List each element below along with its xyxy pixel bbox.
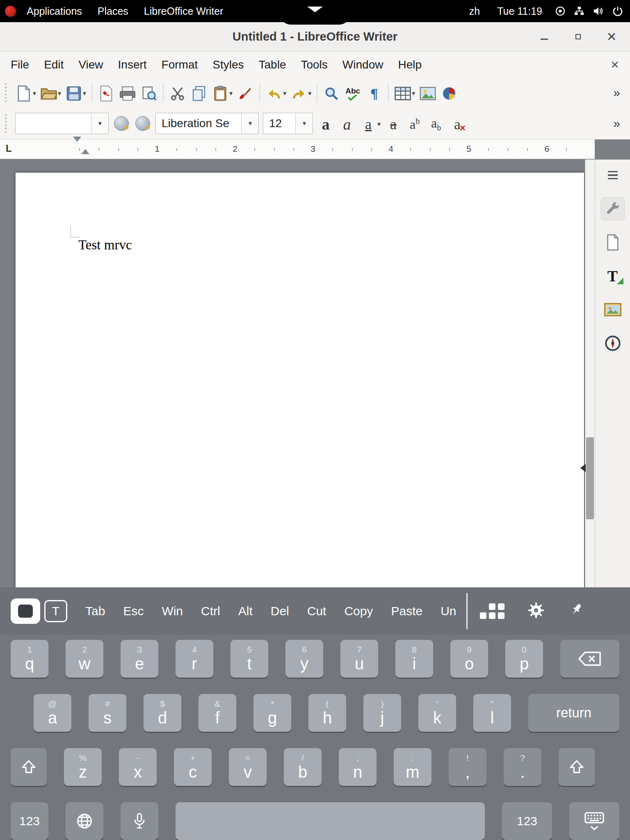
key-i[interactable]: 8i	[395, 640, 433, 678]
sidebar-menu-button[interactable]	[601, 164, 625, 187]
key-o[interactable]: 9o	[450, 640, 488, 678]
print-preview-button[interactable]	[138, 81, 160, 104]
dropdown-arrow-icon[interactable]: ▾	[283, 84, 286, 103]
key-v[interactable]: =v	[229, 748, 267, 786]
key-a[interactable]: @a	[34, 694, 71, 732]
undo-button[interactable]: ▾	[263, 81, 288, 104]
find-replace-button[interactable]	[321, 81, 342, 104]
numbers-key-right[interactable]: 123	[502, 802, 552, 840]
screen-record-icon[interactable]	[555, 5, 566, 17]
menu-help[interactable]: Help	[390, 58, 429, 71]
key-q[interactable]: 1q	[11, 640, 48, 678]
volume-icon[interactable]	[592, 5, 605, 17]
menu-tools[interactable]: Tools	[293, 58, 335, 71]
return-key[interactable]: return	[528, 694, 619, 732]
utility-key-cut[interactable]: Cut	[307, 604, 326, 618]
applications-menu[interactable]: Applications	[22, 5, 87, 17]
shift-right-key[interactable]	[559, 748, 595, 786]
dropdown-arrow-icon[interactable]: ▾	[229, 84, 233, 103]
underline-button[interactable]: a▾	[358, 112, 383, 135]
paste-button[interactable]: ▾	[210, 81, 235, 104]
menu-styles[interactable]: Styles	[205, 58, 251, 71]
key-n[interactable]: ;n	[339, 748, 377, 786]
horizontal-ruler[interactable]: L 123456	[0, 139, 595, 159]
font-size-dropdown[interactable]: ▾	[295, 113, 313, 134]
utility-key-paste[interactable]: Paste	[391, 604, 422, 618]
sidebar-navigator-button[interactable]	[601, 332, 625, 355]
clock[interactable]: Tue 11:19	[492, 5, 547, 17]
active-app-menu[interactable]: LibreOffice Writer	[139, 5, 228, 17]
font-size-combobox[interactable]: 12 ▾	[263, 113, 313, 134]
tab-stop-selector[interactable]: L	[6, 143, 12, 154]
close-document-icon[interactable]: ✕	[610, 59, 619, 71]
layout-grid-icon[interactable]	[480, 603, 504, 619]
strikethrough-button[interactable]: a	[383, 112, 404, 135]
notch-chevron-toggle[interactable]	[280, 0, 350, 25]
numbers-key-left[interactable]: 123	[11, 802, 48, 840]
paragraph-style-combobox[interactable]: ▾	[15, 113, 109, 134]
close-button[interactable]: ✕	[605, 30, 619, 44]
key-h[interactable]: (h	[308, 694, 346, 732]
settings-gear-icon[interactable]	[527, 601, 546, 621]
key-e[interactable]: 3e	[121, 640, 158, 678]
document-page[interactable]: Test mrvc	[16, 173, 584, 587]
places-menu[interactable]: Places	[93, 5, 133, 17]
key-b[interactable]: /b	[284, 748, 322, 786]
dropdown-arrow-icon[interactable]: ▾	[412, 84, 415, 103]
key-y[interactable]: 6y	[285, 640, 323, 678]
utility-key-alt[interactable]: Alt	[238, 604, 253, 618]
save-button[interactable]: ▾	[63, 81, 88, 104]
key-j[interactable]: )j	[363, 694, 401, 732]
menu-edit[interactable]: Edit	[37, 58, 71, 71]
key-z[interactable]: %z	[64, 748, 102, 786]
export-pdf-button[interactable]	[96, 81, 117, 104]
insert-table-button[interactable]: ▾	[392, 81, 417, 104]
key-u[interactable]: 7u	[340, 640, 378, 678]
subscript-button[interactable]: ab	[425, 112, 447, 135]
update-style-button[interactable]: ★	[112, 114, 131, 133]
key-l[interactable]: "l	[473, 694, 511, 732]
input-language-indicator[interactable]: zh	[464, 5, 485, 17]
dropdown-arrow-icon[interactable]: ▾	[308, 84, 311, 103]
sidebar-page-button[interactable]	[601, 231, 625, 254]
key-m[interactable]: :m	[394, 748, 431, 786]
clear-formatting-button[interactable]: a×	[447, 112, 468, 135]
backspace-key[interactable]	[560, 640, 619, 678]
key-period[interactable]: ?.	[504, 748, 541, 786]
copy-button[interactable]	[188, 81, 210, 104]
left-indent-icon[interactable]	[81, 142, 89, 154]
open-button[interactable]: ▾	[38, 81, 63, 104]
key-p[interactable]: 0p	[505, 640, 543, 678]
superscript-button[interactable]: ab	[404, 112, 425, 135]
key-t[interactable]: 5t	[231, 640, 268, 678]
italic-button[interactable]: a	[336, 112, 358, 135]
utility-key-ctrl[interactable]: Ctrl	[201, 604, 220, 618]
keyboard-float-toggle[interactable]: T	[11, 598, 67, 624]
menu-format[interactable]: Format	[154, 58, 205, 71]
print-button[interactable]	[117, 81, 138, 104]
clone-formatting-button[interactable]	[235, 81, 256, 104]
spelling-button[interactable]: Abc	[342, 81, 363, 104]
utility-key-del[interactable]: Del	[271, 604, 289, 618]
utility-key-un[interactable]: Un	[441, 604, 456, 618]
text-key[interactable]: T	[44, 600, 67, 622]
menu-table[interactable]: Table	[251, 58, 294, 71]
indent-marker[interactable]	[73, 142, 81, 157]
font-name-combobox[interactable]: Liberation Se ▾	[155, 113, 259, 134]
vertical-scrollbar[interactable]	[585, 160, 595, 587]
first-line-indent-icon[interactable]	[73, 137, 81, 149]
sidebar-properties-button[interactable]	[601, 197, 625, 220]
paragraph-style-dropdown[interactable]: ▾	[91, 113, 108, 134]
dropdown-arrow-icon[interactable]: ▾	[377, 115, 381, 133]
network-icon[interactable]	[573, 5, 585, 17]
menu-insert[interactable]: Insert	[111, 58, 154, 71]
font-name-dropdown[interactable]: ▾	[241, 113, 258, 134]
key-w[interactable]: 2w	[66, 640, 103, 678]
toolbar-drag-handle[interactable]	[5, 83, 9, 102]
globe-key[interactable]	[66, 802, 103, 840]
new-style-button[interactable]: ★	[133, 114, 152, 133]
toolbar-overflow-button[interactable]: »	[613, 116, 620, 130]
dropdown-arrow-icon[interactable]: ▾	[83, 84, 86, 103]
key-s[interactable]: #s	[89, 694, 126, 732]
scrollbar-thumb[interactable]	[586, 437, 594, 519]
